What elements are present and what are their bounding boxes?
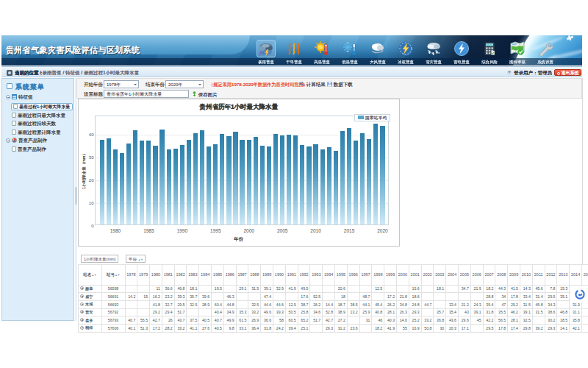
svg-text:*: * bbox=[438, 52, 440, 56]
